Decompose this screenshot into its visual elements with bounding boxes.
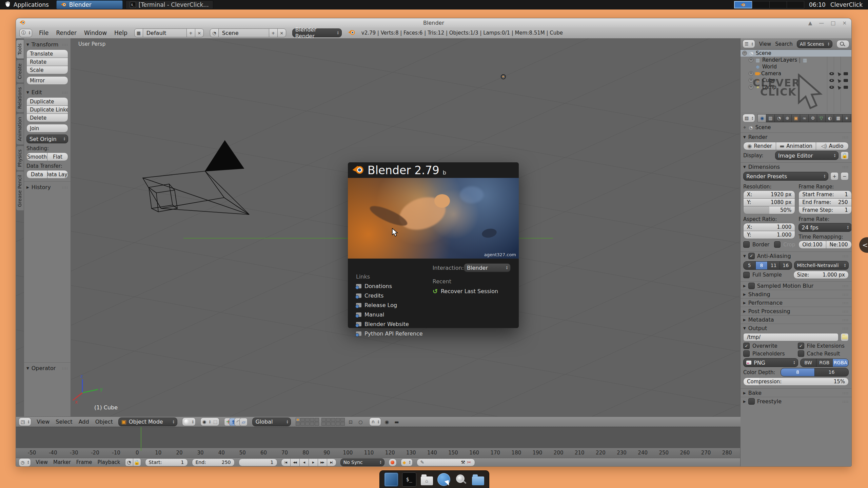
editor-type-button[interactable]: ◷ — [19, 458, 31, 467]
render-button[interactable]: ◉Render — [743, 142, 776, 150]
render-presets-select[interactable]: Render Presets — [743, 172, 828, 181]
tab-particles-icon[interactable]: ∗ — [842, 114, 851, 122]
resolution-x-field[interactable]: X:1920 px — [743, 190, 795, 199]
delete-scene-button[interactable]: × — [277, 28, 286, 37]
toolshelf-tab-relations[interactable]: Relations — [16, 83, 24, 113]
remove-preset-button[interactable]: − — [841, 172, 849, 180]
aa-samples-11[interactable]: 11 — [767, 261, 780, 270]
outliner-row-lamp[interactable]: + ☀ Lamp — [741, 84, 851, 90]
screen-layout-icon[interactable]: ▦ — [134, 28, 143, 37]
playhead[interactable] — [141, 427, 141, 448]
menu-select[interactable]: Select — [55, 419, 73, 425]
maximize-button[interactable]: □ — [831, 20, 835, 26]
outliner-row-world[interactable]: ⊕ World — [741, 63, 851, 70]
menu-file[interactable]: File — [38, 29, 49, 36]
toolshelf-tab-physics[interactable]: Physics — [16, 146, 24, 171]
link-release-log[interactable]: Release Log — [356, 302, 433, 308]
active-keying-set-field[interactable]: ✎⚒✂ — [417, 459, 475, 466]
translate-button[interactable]: Translate — [26, 49, 68, 58]
duplicate-linked-button[interactable]: Duplicate Linked — [26, 105, 68, 114]
outliner-row-cube[interactable]: + ▽ Cube — [741, 77, 851, 84]
pivot-center-button[interactable]: ◉⬚ — [200, 418, 220, 426]
layers-grid-2[interactable] — [321, 418, 345, 426]
tab-physics-icon[interactable]: ↻ — [851, 114, 851, 122]
manipulator-scale-toggle[interactable]: ▱ — [239, 418, 248, 426]
layers-grid-1[interactable] — [296, 418, 319, 426]
cache-result-checkbox[interactable]: Cache Result — [798, 350, 849, 357]
visibility-icon[interactable] — [829, 72, 834, 75]
panel-header-metadata[interactable]: Metadata — [741, 315, 851, 324]
workspace-pager[interactable] — [734, 1, 804, 8]
full-sample-checkbox[interactable]: Full Sample — [743, 272, 791, 278]
lock-time-icon[interactable]: 🔒 — [133, 458, 141, 466]
proportional-edit-icon[interactable]: ○ — [356, 418, 364, 426]
anti-aliasing-checkbox[interactable] — [748, 253, 755, 259]
toolshelf-tab-animation[interactable]: Animation — [16, 113, 24, 145]
aa-samples-segment[interactable]: 5 8 11 16 — [743, 261, 792, 270]
resolution-y-field[interactable]: Y:1080 px — [743, 198, 795, 206]
output-path-field[interactable]: /tmp/ — [743, 333, 839, 341]
visibility-icon[interactable] — [829, 79, 834, 82]
mode-select[interactable]: ▣Object Mode — [118, 418, 177, 426]
minimize-button[interactable]: — — [819, 20, 824, 26]
aa-samples-16[interactable]: 16 — [780, 261, 792, 270]
end-frame-field[interactable]: End Frame:250 — [798, 198, 851, 206]
workspace-2[interactable] — [752, 1, 770, 8]
workspace-1-active[interactable] — [734, 1, 752, 8]
aa-filter-select[interactable]: Mitchell-Netravali — [794, 261, 849, 270]
render-opengl-icon[interactable]: ◉ — [383, 418, 391, 426]
add-scene-button[interactable]: + — [269, 28, 278, 37]
tab-scene-icon[interactable]: ◔ — [774, 114, 783, 122]
menu-window[interactable]: Window — [83, 29, 107, 36]
tab-object-icon[interactable]: ▣ — [791, 114, 800, 122]
transport-button[interactable]: ▶ — [309, 459, 318, 466]
expand-icon[interactable]: + — [749, 71, 753, 76]
panel-header-shading[interactable]: Shading — [741, 290, 851, 298]
outliner-row-camera[interactable]: + Camera — [741, 70, 851, 77]
menu-view[interactable]: View — [759, 41, 771, 47]
link-manual[interactable]: Manual — [356, 311, 433, 318]
timeline-canvas[interactable] — [16, 427, 741, 448]
panel-header-freestyle[interactable]: Freestyle — [741, 397, 851, 405]
outliner-row-renderlayers[interactable]: + ▥ RenderLayers | ▥ — [741, 57, 851, 63]
current-frame-field[interactable]: 1 — [239, 459, 277, 466]
selectability-icon[interactable] — [836, 71, 842, 76]
playhead[interactable] — [141, 448, 141, 451]
duplicate-button[interactable]: Duplicate — [26, 97, 68, 106]
color-mode-rgba[interactable]: RGBA — [832, 359, 849, 367]
panel-header-edit[interactable]: Edit — [26, 88, 68, 96]
renderability-icon[interactable] — [844, 86, 848, 89]
menu-frame[interactable]: Frame — [76, 459, 93, 465]
delete-button[interactable]: Delete — [26, 114, 68, 122]
taskbar-task-terminal[interactable]: [Terminal - CleverClick... — [125, 0, 213, 9]
frame-start-field[interactable]: Start:1 — [145, 459, 188, 466]
delete-layout-button[interactable]: × — [195, 28, 204, 37]
frame-rate-select[interactable]: 24 fps — [798, 223, 851, 232]
transport-button[interactable]: |◀ — [281, 459, 291, 466]
compression-slider[interactable]: Compression:15% — [743, 378, 849, 386]
workspace-4[interactable] — [787, 1, 804, 8]
renderability-icon[interactable] — [844, 72, 848, 75]
color-mode-segment[interactable]: BW RGB RGBA — [800, 359, 849, 367]
link-credits[interactable]: Credits — [356, 292, 433, 299]
selectability-icon[interactable] — [836, 78, 842, 83]
crop-checkbox[interactable]: Crop — [774, 241, 795, 248]
insert-key-icon[interactable]: ⚒ — [461, 460, 465, 465]
color-mode-bw[interactable]: BW — [800, 359, 817, 367]
panel-header-dimensions[interactable]: Dimensions — [741, 162, 851, 171]
tab-constraints-icon[interactable]: ∞ — [800, 114, 809, 122]
delete-key-icon[interactable]: ✂ — [467, 460, 471, 465]
tab-world-icon[interactable]: ⊕ — [783, 114, 792, 122]
lock-to-scene-icon[interactable]: ⊡ — [347, 418, 355, 426]
file-browse-button[interactable] — [841, 333, 849, 341]
panel-header-bake[interactable]: Bake — [741, 388, 851, 397]
auto-keyframe-button[interactable] — [389, 459, 397, 466]
data-button[interactable]: Data — [26, 170, 47, 179]
placeholders-checkbox[interactable]: Placeholders — [743, 350, 794, 357]
panel-header-transform[interactable]: Transform — [26, 40, 68, 48]
screen-layout-field[interactable]: Default — [143, 28, 187, 37]
render-opengl-anim-icon[interactable]: ▬ — [393, 418, 401, 426]
viewport-shading-button[interactable] — [182, 418, 196, 426]
search-icon[interactable] — [836, 40, 849, 48]
remap-old-field[interactable]: Old:100 — [798, 241, 826, 249]
